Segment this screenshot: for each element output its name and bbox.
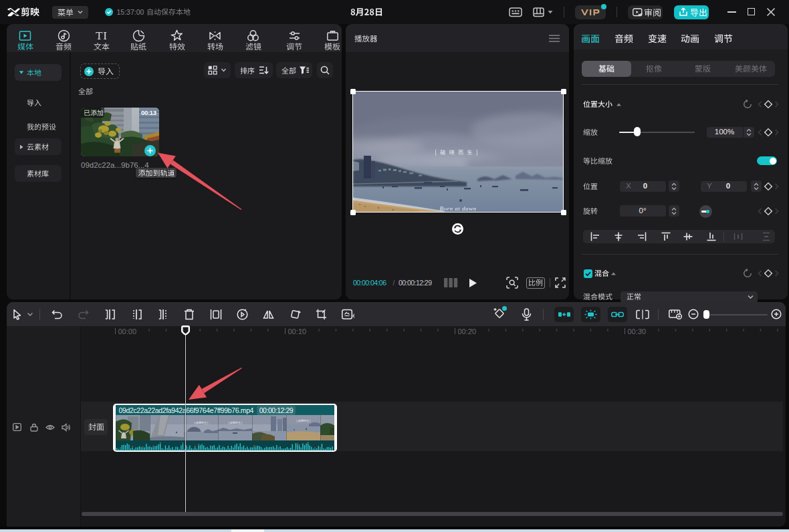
svg-text:[ 破晓而生 ]: [ 破晓而生 ]: [297, 419, 310, 422]
svg-text:[ 破晓而生 ]: [ 破晓而生 ]: [229, 421, 242, 424]
svg-text:[ 破晓而生 ]: [ 破晓而生 ]: [195, 421, 208, 424]
